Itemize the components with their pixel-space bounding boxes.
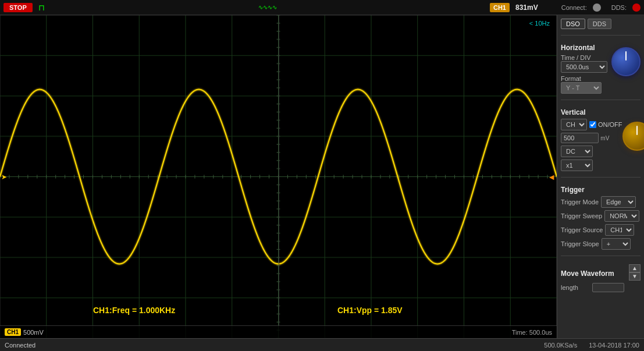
- trigger-title: Trigger: [561, 186, 641, 194]
- trigger-slope-select[interactable]: + -: [602, 238, 631, 250]
- format-select[interactable]: Y - T X - Y: [561, 82, 602, 94]
- channel-select[interactable]: CH1 CH2: [561, 119, 587, 130]
- onoff-checkbox[interactable]: [589, 121, 596, 128]
- measure-freq-label: CH1:Freq = 1.000KHz: [93, 306, 175, 315]
- connect-indicator: [593, 3, 601, 12]
- move-wf-title: Move Waveform: [561, 270, 614, 278]
- measure-vpp-label: CH1:Vpp = 1.85V: [337, 306, 403, 315]
- scope-bottom-bar: CH1 500mV Time: 500.0us: [0, 325, 557, 338]
- onoff-label: ON/OFF: [598, 121, 622, 128]
- trigger-section: Trigger Trigger Mode Edge Pulse Video Tr…: [561, 183, 641, 250]
- datetime-label: 13-04-2018 17:00: [589, 342, 639, 349]
- vertical-section: Vertical CH1 CH2 ON/OFF: [561, 106, 641, 171]
- move-waveform-section: Move Waveform ▲ ▼ length 65536: [561, 264, 641, 292]
- ch1-signal-icon: ⊓: [38, 3, 45, 12]
- horizontal-title: Horizontal: [561, 44, 611, 52]
- connect-label: Connect:: [561, 4, 587, 11]
- connected-status: Connected: [5, 342, 35, 349]
- scope-canvas: [0, 15, 557, 338]
- ch1-scale-tag: CH1: [5, 328, 21, 336]
- bottom-bar: Connected 500.0KSa/s 13-04-2018 17:00: [0, 338, 644, 351]
- sample-rate: 500.0KSa/s: [544, 342, 577, 349]
- horizontal-section: Horizontal Time / DIV 500.0us 200.0us 10…: [561, 41, 641, 94]
- trigger-slope-label: Trigger Slope: [561, 240, 599, 247]
- stop-button[interactable]: STOP: [3, 3, 33, 12]
- scroll-up-button[interactable]: ▲: [629, 264, 641, 272]
- dds-indicator: [632, 3, 641, 12]
- trigger-level-arrow: ◄: [547, 172, 556, 182]
- voltage-unit: mV: [600, 135, 609, 141]
- length-label: length: [561, 284, 590, 291]
- format-label: Format: [561, 75, 611, 82]
- onoff-checkbox-label[interactable]: ON/OFF: [589, 121, 622, 128]
- voltage-div-input[interactable]: [561, 133, 599, 143]
- trigger-source-label: Trigger Source: [561, 226, 603, 233]
- main-area: < 10Hz ◄ ➤ CH1:Freq = 1.000KHz CH1:Vpp =…: [0, 15, 644, 338]
- coupling-select[interactable]: DC AC GND: [561, 146, 593, 157]
- ch1-offset-arrow: ➤: [1, 173, 7, 181]
- trigger-signal-icon: ∿∿∿∿: [258, 4, 277, 10]
- trigger-mode-label: Trigger Mode: [561, 198, 599, 205]
- trigger-mode-select[interactable]: Edge Pulse Video: [601, 196, 636, 208]
- scope-area: < 10Hz ◄ ➤ CH1:Freq = 1.000KHz CH1:Vpp =…: [0, 15, 557, 338]
- vertical-knob[interactable]: [622, 122, 644, 151]
- right-panel: DSO DDS Horizontal Time / DIV 500.0us 20…: [557, 15, 644, 338]
- mode-tabs: DSO DDS: [561, 19, 641, 29]
- probe-select[interactable]: x1 x10 x100: [561, 159, 593, 171]
- top-voltage: 831mV: [515, 3, 538, 12]
- trigger-source-select[interactable]: CH1 CH2 EXT: [605, 224, 634, 236]
- length-input[interactable]: 65536: [592, 283, 624, 292]
- scroll-arrows: ▲ ▼: [629, 264, 641, 281]
- dds-label: DDS:: [611, 4, 627, 11]
- ch1-badge: CH1: [490, 3, 510, 12]
- horizontal-knob[interactable]: [611, 47, 641, 76]
- vertical-title: Vertical: [561, 108, 641, 116]
- dso-tab[interactable]: DSO: [561, 19, 585, 29]
- dds-tab[interactable]: DDS: [588, 19, 611, 29]
- time-scale-label: Time: 500.0us: [512, 329, 552, 336]
- freq-indicator: < 10Hz: [529, 20, 550, 27]
- trigger-sweep-select[interactable]: NORMAL AUTO SINGLE: [604, 210, 639, 222]
- voltage-scale-label: 500mV: [23, 329, 44, 336]
- scroll-down-button[interactable]: ▼: [629, 272, 641, 281]
- time-div-select[interactable]: 500.0us 200.0us 100.0us 1ms: [561, 61, 607, 73]
- trigger-sweep-label: Trigger Sweep: [561, 212, 602, 219]
- time-div-label: Time / DIV: [561, 54, 611, 61]
- top-bar: STOP ⊓ ∿∿∿∿ CH1 831mV Connect: DDS:: [0, 0, 644, 15]
